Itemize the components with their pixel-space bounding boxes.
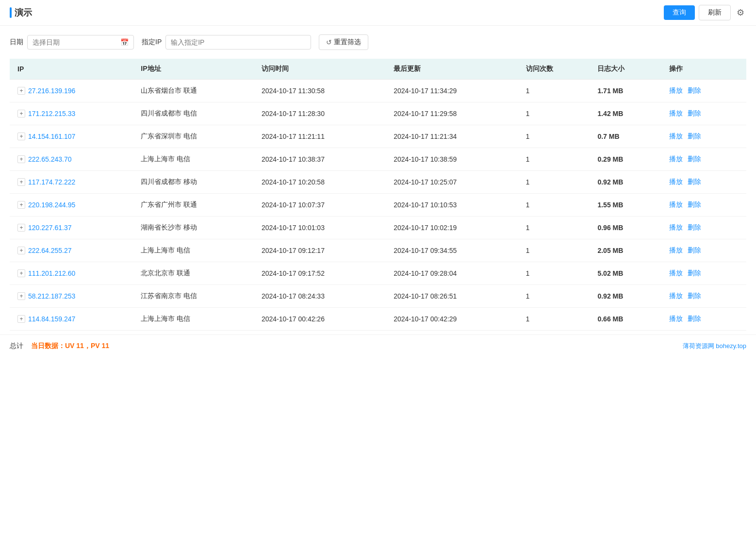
play-link[interactable]: 播放 <box>669 223 683 231</box>
delete-link[interactable]: 删除 <box>688 109 701 117</box>
refresh-button[interactable]: 刷新 <box>699 5 731 20</box>
expand-button[interactable]: + <box>17 133 25 140</box>
col-last-update: 最后更新 <box>386 59 518 80</box>
delete-link[interactable]: 删除 <box>688 246 701 254</box>
delete-link[interactable]: 删除 <box>688 155 701 163</box>
play-link[interactable]: 播放 <box>669 315 683 322</box>
cell-ip: + 117.174.72.222 <box>10 171 133 194</box>
ip-value[interactable]: 14.154.161.107 <box>28 133 75 140</box>
cell-access-time: 2024-10-17 10:07:37 <box>254 194 386 217</box>
delete-link[interactable]: 删除 <box>688 292 701 300</box>
cell-location: 上海上海市 电信 <box>133 239 254 262</box>
ip-label: 指定IP <box>142 38 162 47</box>
cell-ip: + 111.201.212.60 <box>10 262 133 285</box>
cell-access-time: 2024-10-17 10:20:58 <box>254 171 386 194</box>
header-actions: 查询 刷新 ⚙ <box>664 5 746 20</box>
cell-last-update: 2024-10-17 10:25:07 <box>386 171 518 194</box>
cell-ip: + 222.64.255.27 <box>10 239 133 262</box>
cell-visits: 1 <box>518 308 590 331</box>
header: 演示 查询 刷新 ⚙ <box>0 0 756 26</box>
footer-total: 总计 <box>10 342 23 351</box>
ip-input[interactable] <box>171 38 256 46</box>
cell-ip: + 114.84.159.247 <box>10 308 133 331</box>
ip-value[interactable]: 27.216.139.196 <box>28 87 75 95</box>
cell-log-size: 0.29 MB <box>590 148 661 171</box>
delete-link[interactable]: 删除 <box>688 200 701 208</box>
ip-value[interactable]: 114.84.159.247 <box>28 315 75 323</box>
ip-value[interactable]: 220.198.244.95 <box>28 201 75 209</box>
footer-stats: 当日数据：UV 11，PV 11 <box>31 342 109 351</box>
cell-access-time: 2024-10-17 00:42:26 <box>254 308 386 331</box>
expand-button[interactable]: + <box>17 201 25 209</box>
play-link[interactable]: 播放 <box>669 292 683 300</box>
delete-link[interactable]: 删除 <box>688 269 701 277</box>
ip-input-wrapper[interactable] <box>165 35 311 50</box>
delete-link[interactable]: 删除 <box>688 178 701 185</box>
cell-ip: + 171.212.215.33 <box>10 102 133 125</box>
cell-access-time: 2024-10-17 11:28:30 <box>254 102 386 125</box>
delete-link[interactable]: 删除 <box>688 86 701 94</box>
ip-value[interactable]: 117.174.72.222 <box>28 178 75 186</box>
reset-button[interactable]: ↺ 重置筛选 <box>319 34 368 50</box>
settings-button[interactable]: ⚙ <box>735 5 746 20</box>
cell-log-size: 0.96 MB <box>590 217 661 239</box>
expand-button[interactable]: + <box>17 315 25 323</box>
play-link[interactable]: 播放 <box>669 155 683 163</box>
table-row: + 120.227.61.37 湖南省长沙市 移动 2024-10-17 10:… <box>10 217 746 239</box>
ip-value[interactable]: 222.64.255.27 <box>28 247 72 254</box>
play-link[interactable]: 播放 <box>669 178 683 185</box>
play-link[interactable]: 播放 <box>669 269 683 277</box>
cell-actions: 播放 删除 <box>661 285 746 308</box>
reset-label: 重置筛选 <box>334 38 361 47</box>
data-table: IP IP地址 访问时间 最后更新 访问次数 日志大小 操作 + 27.216.… <box>10 59 746 331</box>
delete-link[interactable]: 删除 <box>688 223 701 231</box>
expand-button[interactable]: + <box>17 292 25 300</box>
date-input-wrapper[interactable]: 📅 <box>27 35 134 50</box>
cell-access-time: 2024-10-17 11:21:11 <box>254 125 386 148</box>
ip-value[interactable]: 58.212.187.253 <box>28 292 75 300</box>
footer-watermark: 薄荷资源网 bohezy.top <box>683 342 746 351</box>
expand-button[interactable]: + <box>17 247 25 254</box>
settings-icon: ⚙ <box>737 8 744 17</box>
cell-actions: 播放 删除 <box>661 171 746 194</box>
cell-ip: + 120.227.61.37 <box>10 217 133 239</box>
ip-value[interactable]: 171.212.215.33 <box>28 110 75 117</box>
expand-button[interactable]: + <box>17 269 25 277</box>
cell-last-update: 2024-10-17 10:10:53 <box>386 194 518 217</box>
cell-actions: 播放 删除 <box>661 148 746 171</box>
ip-value[interactable]: 120.227.61.37 <box>28 224 72 232</box>
delete-link[interactable]: 删除 <box>688 132 701 140</box>
cell-log-size: 0.7 MB <box>590 125 661 148</box>
play-link[interactable]: 播放 <box>669 200 683 208</box>
cell-actions: 播放 删除 <box>661 125 746 148</box>
calendar-icon: 📅 <box>120 38 129 46</box>
play-link[interactable]: 播放 <box>669 109 683 117</box>
ip-value[interactable]: 111.201.212.60 <box>28 269 75 277</box>
cell-access-time: 2024-10-17 09:12:17 <box>254 239 386 262</box>
expand-button[interactable]: + <box>17 178 25 186</box>
brand-bar <box>10 7 12 18</box>
delete-link[interactable]: 删除 <box>688 315 701 322</box>
expand-button[interactable]: + <box>17 110 25 117</box>
cell-visits: 1 <box>518 262 590 285</box>
cell-location: 四川省成都市 电信 <box>133 102 254 125</box>
play-link[interactable]: 播放 <box>669 86 683 94</box>
query-button[interactable]: 查询 <box>664 5 695 20</box>
date-input[interactable] <box>33 38 117 46</box>
cell-actions: 播放 删除 <box>661 308 746 331</box>
play-link[interactable]: 播放 <box>669 132 683 140</box>
footer-left: 总计 当日数据：UV 11，PV 11 <box>10 342 109 351</box>
ip-value[interactable]: 222.65.243.70 <box>28 155 72 163</box>
table-header-row: IP IP地址 访问时间 最后更新 访问次数 日志大小 操作 <box>10 59 746 80</box>
cell-log-size: 1.55 MB <box>590 194 661 217</box>
cell-ip: + 220.198.244.95 <box>10 194 133 217</box>
cell-visits: 1 <box>518 217 590 239</box>
expand-button[interactable]: + <box>17 224 25 232</box>
expand-button[interactable]: + <box>17 155 25 163</box>
table-row: + 222.64.255.27 上海上海市 电信 2024-10-17 09:1… <box>10 239 746 262</box>
expand-button[interactable]: + <box>17 87 25 95</box>
date-filter: 日期 📅 <box>10 35 134 50</box>
play-link[interactable]: 播放 <box>669 246 683 254</box>
cell-location: 广东省广州市 联通 <box>133 194 254 217</box>
cell-visits: 1 <box>518 239 590 262</box>
